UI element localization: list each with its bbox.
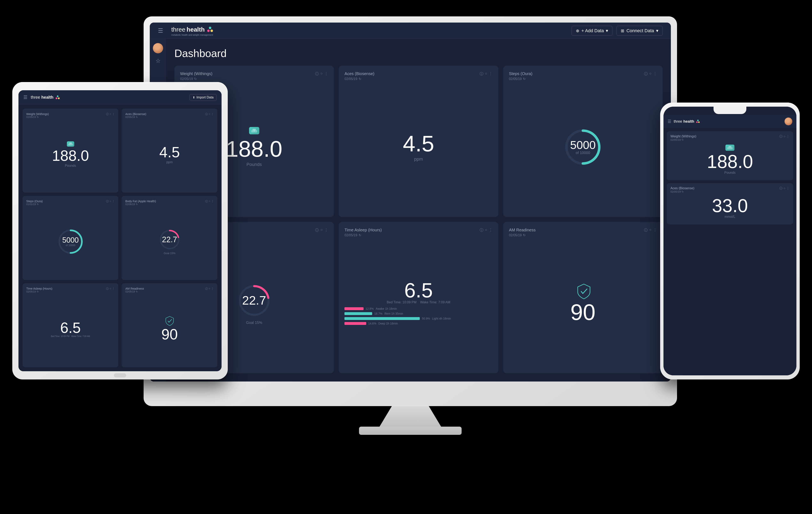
connect-data-button[interactable]: ⊞ Connect Data ▾ — [616, 26, 663, 36]
desktop-menu-icon[interactable]: ☰ — [158, 27, 163, 34]
weight-card-title: Weight (Withings) — [180, 71, 212, 76]
info-icon-2[interactable]: ⓘ — [480, 71, 483, 76]
readiness-card-title: AM Readiness — [509, 228, 536, 232]
tablet-circle-2[interactable]: ○ — [209, 112, 210, 116]
tablet-steps-title: Steps (Oura) — [26, 200, 43, 203]
refresh-icon-6: ↻ — [523, 233, 526, 237]
info-icon[interactable]: ⓘ — [315, 71, 319, 76]
tablet-more-4[interactable]: ⋮ — [211, 200, 214, 203]
tablet-more-3[interactable]: ⋮ — [112, 200, 115, 203]
circle-icon-2[interactable]: ○ — [485, 71, 487, 76]
svg-rect-14 — [69, 143, 72, 144]
phone-circle-2[interactable]: ○ — [783, 186, 785, 190]
tablet-more-6[interactable]: ⋮ — [211, 287, 214, 291]
phone-aces-value: 33.0 — [712, 196, 748, 215]
phone-weight-body: 188.0 Pounds — [670, 142, 789, 177]
phone-logo-icon — [695, 119, 700, 124]
tablet-readiness-value: 90 — [161, 327, 178, 342]
tablet-bodyfat-body: 22.7 Goal 15% — [125, 207, 214, 276]
info-icon-3[interactable]: ⓘ — [644, 71, 648, 76]
info-icon-5[interactable]: ⓘ — [480, 228, 483, 233]
add-icon: ⊕ — [576, 28, 579, 33]
phone-aces-title: Aces (Biosense) — [670, 186, 694, 190]
phone-weight-title: Weight (Withings) — [670, 134, 696, 138]
steps-of-total: of 10000 — [570, 151, 596, 155]
connect-data-chevron: ▾ — [656, 28, 658, 33]
tablet-frame: ☰ threehealth ⬆ Import Data — [12, 82, 228, 380]
more-icon-4[interactable]: ⋮ — [324, 228, 328, 233]
add-data-button[interactable]: ⊕ + Add Data ▾ — [572, 26, 612, 36]
add-data-label: + Add Data — [581, 28, 604, 33]
sleep-card-title: Time Asleep (Hours) — [344, 228, 382, 232]
tablet-info-3[interactable]: ⓘ — [106, 200, 109, 203]
scale-icon-badge — [249, 127, 259, 134]
circle-icon[interactable]: ○ — [320, 71, 323, 76]
tablet-info-1[interactable]: ⓘ — [106, 112, 109, 116]
tablet-circle-4[interactable]: ○ — [209, 200, 210, 203]
info-icon-4[interactable]: ⓘ — [315, 228, 319, 233]
tablet-logo: threehealth — [31, 95, 60, 100]
favorites-icon[interactable]: ☆ — [155, 57, 161, 64]
phone-main: Weight (Withings) 02/05/19 ↻ ⓘ ○ ⋮ — [664, 128, 796, 375]
phone-logo: threehealth — [674, 119, 700, 124]
tablet-weight-value: 188.0 — [52, 148, 89, 163]
phone-info-1[interactable]: ⓘ — [779, 134, 782, 139]
tablet-more-1[interactable]: ⋮ — [112, 112, 115, 116]
tablet-bodyfat-goal: Goal 15% — [164, 252, 175, 255]
tablet-more-2[interactable]: ⋮ — [211, 112, 214, 116]
monitor-base — [359, 427, 462, 435]
svg-point-0 — [209, 27, 211, 29]
circle-icon-6[interactable]: ○ — [649, 228, 651, 233]
tablet-more-5[interactable]: ⋮ — [112, 287, 115, 291]
tablet-circle-5[interactable]: ○ — [110, 287, 111, 291]
more-icon-3[interactable]: ⋮ — [653, 71, 657, 76]
connect-icon: ⊞ — [621, 28, 624, 33]
tablet-info-2[interactable]: ⓘ — [205, 112, 208, 116]
phone-scale-badge — [725, 145, 734, 151]
tablet-weight-date: 02/05/19↻ — [26, 116, 49, 119]
tablet-screen: ☰ threehealth ⬆ Import Data — [19, 90, 222, 371]
user-avatar[interactable] — [153, 43, 163, 53]
readiness-card: AM Readiness 02/05/19 ↻ ⓘ ○ — [503, 222, 663, 373]
refresh-icon-3: ↻ — [523, 77, 526, 81]
phone-more-1[interactable]: ⋮ — [786, 134, 789, 139]
phone-avatar[interactable] — [784, 118, 792, 125]
circle-icon-4[interactable]: ○ — [320, 228, 323, 233]
tablet-info-5[interactable]: ⓘ — [106, 287, 109, 291]
bodyfat-goal: Goal 15% — [246, 321, 262, 325]
import-data-button[interactable]: ⬆ Import Data — [190, 94, 216, 101]
circle-icon-5[interactable]: ○ — [485, 228, 487, 233]
tablet-home-button[interactable] — [114, 373, 126, 377]
more-icon-6[interactable]: ⋮ — [653, 228, 657, 233]
phone-aces-card: Aces (Biosense) 02/05/19 ↻ ⓘ ○ ⋮ — [667, 183, 793, 224]
phone-info-2[interactable]: ⓘ — [779, 186, 782, 190]
info-icon-6[interactable]: ⓘ — [644, 228, 648, 233]
monitor-stand — [380, 406, 441, 427]
tablet-steps-body: 5000 of 10000 — [26, 207, 115, 276]
phone-frame: ☰ threehealth — [660, 102, 800, 380]
sleep-bar-light: 50.9% Light 4h 16min — [344, 317, 492, 320]
phone-app: ☰ threehealth — [664, 107, 796, 375]
tablet-readiness-body: 90 — [125, 294, 214, 363]
phone-weight-date: 02/05/19 ↻ — [670, 138, 696, 141]
tablet-aces-date: 02/05/19↻ — [125, 116, 146, 119]
circle-icon-3[interactable]: ○ — [649, 71, 651, 76]
more-icon[interactable]: ⋮ — [324, 71, 328, 76]
phone-header: ☰ threehealth — [664, 115, 796, 128]
aces-card: Aces (Biosense) 02/05/19 ↻ ⓘ ○ — [339, 66, 498, 217]
tablet: ☰ threehealth ⬆ Import Data — [12, 82, 228, 380]
tablet-sleep-date: 02/05/19↻ — [26, 290, 52, 293]
tablet-menu-icon[interactable]: ☰ — [23, 95, 28, 100]
tablet-circle-1[interactable]: ○ — [110, 112, 111, 116]
phone-more-2[interactable]: ⋮ — [786, 186, 789, 190]
tablet-info-4[interactable]: ⓘ — [205, 200, 208, 203]
more-icon-2[interactable]: ⋮ — [489, 71, 493, 76]
tablet-circle-6[interactable]: ○ — [209, 287, 210, 291]
tablet-circle-3[interactable]: ○ — [110, 200, 111, 203]
more-icon-5[interactable]: ⋮ — [489, 228, 493, 233]
phone-circle-1[interactable]: ○ — [783, 134, 785, 139]
tablet-steps-number: 5000 — [62, 237, 79, 244]
phone-menu-icon[interactable]: ☰ — [668, 119, 671, 124]
tablet-logo-icon — [55, 95, 60, 100]
tablet-info-6[interactable]: ⓘ — [205, 287, 208, 291]
